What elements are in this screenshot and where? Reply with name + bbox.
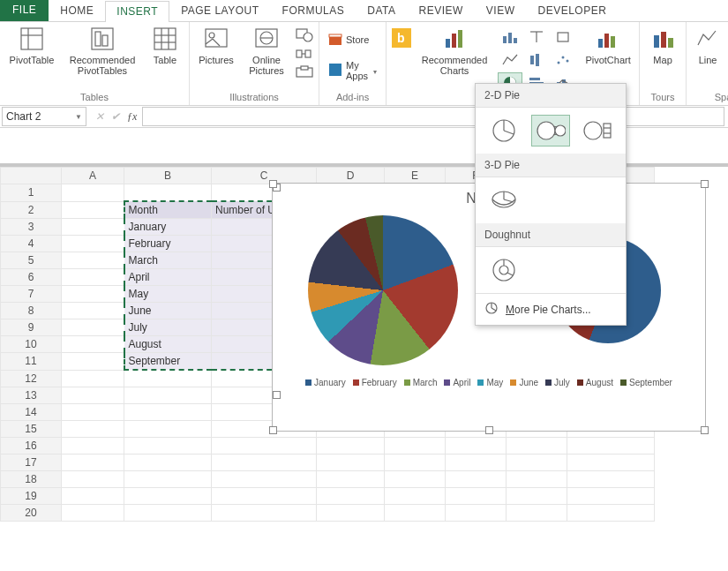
cell[interactable]: Month bbox=[124, 201, 212, 219]
cell[interactable] bbox=[507, 505, 567, 522]
tab-page-layout[interactable]: PAGE LAYOUT bbox=[169, 0, 270, 21]
cell[interactable] bbox=[317, 505, 385, 522]
tab-formulas[interactable]: FORMULAS bbox=[271, 0, 356, 21]
row-header[interactable]: 11 bbox=[1, 353, 62, 371]
pictures-button[interactable]: Pictures bbox=[195, 25, 237, 65]
myapps-button[interactable]: My Apps bbox=[325, 58, 380, 83]
cell[interactable] bbox=[62, 236, 124, 252]
cell[interactable] bbox=[124, 421, 212, 438]
cell[interactable] bbox=[385, 455, 446, 471]
cell[interactable] bbox=[317, 488, 385, 505]
cell[interactable]: March bbox=[124, 252, 212, 269]
cell[interactable]: June bbox=[124, 303, 212, 319]
fx-icon[interactable]: ƒx bbox=[127, 110, 137, 124]
doughnut-option[interactable] bbox=[484, 254, 523, 286]
cell[interactable] bbox=[446, 505, 507, 522]
row-header[interactable]: 1 bbox=[1, 184, 62, 202]
cell[interactable] bbox=[507, 438, 567, 455]
cell[interactable] bbox=[124, 505, 212, 522]
table-button[interactable]: Table bbox=[146, 25, 184, 65]
cell[interactable] bbox=[507, 488, 567, 505]
row-header[interactable]: 19 bbox=[1, 488, 62, 505]
cell[interactable] bbox=[567, 438, 655, 455]
pie-3d-option[interactable] bbox=[484, 184, 523, 216]
shapes-button[interactable] bbox=[296, 28, 313, 45]
row-header[interactable]: 5 bbox=[1, 252, 62, 269]
row-header[interactable]: 15 bbox=[1, 421, 62, 438]
resize-handle[interactable] bbox=[701, 426, 709, 434]
tab-insert[interactable]: INSERT bbox=[105, 1, 169, 22]
row-header[interactable]: 9 bbox=[1, 319, 62, 336]
cell[interactable] bbox=[62, 370, 124, 387]
cell[interactable] bbox=[62, 353, 124, 371]
row-header[interactable]: 20 bbox=[1, 505, 62, 522]
cell[interactable] bbox=[124, 488, 212, 505]
row-header[interactable]: 17 bbox=[1, 455, 62, 471]
tab-home[interactable]: HOME bbox=[49, 0, 105, 21]
legend-item[interactable]: August bbox=[577, 378, 613, 387]
cell[interactable] bbox=[317, 471, 385, 488]
cell[interactable] bbox=[62, 455, 124, 471]
tab-review[interactable]: REVIEW bbox=[407, 0, 474, 21]
cell[interactable] bbox=[446, 471, 507, 488]
cell[interactable] bbox=[62, 201, 124, 219]
cell[interactable] bbox=[507, 471, 567, 488]
row-header[interactable]: 4 bbox=[1, 236, 62, 252]
tab-file[interactable]: FILE bbox=[0, 0, 49, 21]
legend-item[interactable]: April bbox=[444, 378, 470, 387]
tab-view[interactable]: VIEW bbox=[475, 0, 527, 21]
column-header[interactable]: B bbox=[124, 168, 212, 184]
cell[interactable] bbox=[62, 336, 124, 353]
cell[interactable] bbox=[62, 438, 124, 455]
legend-item[interactable]: June bbox=[510, 378, 538, 387]
name-box[interactable]: Chart 2 ▼ bbox=[2, 107, 86, 126]
cell[interactable] bbox=[212, 505, 317, 522]
cell[interactable] bbox=[446, 438, 507, 455]
cell[interactable] bbox=[212, 471, 317, 488]
legend-item[interactable]: February bbox=[353, 378, 397, 387]
column-header[interactable]: E bbox=[385, 168, 446, 184]
cell[interactable] bbox=[62, 269, 124, 286]
myapps-dropdown-icon[interactable] bbox=[372, 65, 377, 76]
cell[interactable] bbox=[385, 505, 446, 522]
cell[interactable] bbox=[446, 488, 507, 505]
cell[interactable] bbox=[62, 252, 124, 269]
resize-handle[interactable] bbox=[485, 426, 493, 434]
insert-scatter-chart-button[interactable] bbox=[551, 49, 575, 71]
legend-item[interactable]: July bbox=[545, 378, 570, 387]
legend-item[interactable]: May bbox=[477, 378, 503, 387]
cell[interactable] bbox=[124, 438, 212, 455]
cell[interactable] bbox=[62, 488, 124, 505]
cell[interactable] bbox=[124, 404, 212, 421]
cell[interactable] bbox=[62, 219, 124, 236]
cell[interactable] bbox=[124, 370, 212, 387]
legend-item[interactable]: January bbox=[305, 378, 346, 387]
bar-of-pie-option[interactable] bbox=[579, 115, 617, 147]
row-header[interactable]: 3 bbox=[1, 219, 62, 236]
cell[interactable] bbox=[212, 488, 317, 505]
online-pictures-button[interactable]: Online Pictures bbox=[244, 25, 289, 76]
recommended-charts-button[interactable]: Recommended Charts bbox=[418, 25, 491, 76]
cell[interactable] bbox=[567, 505, 655, 522]
cell[interactable] bbox=[317, 455, 385, 471]
insert-stock-chart-button[interactable] bbox=[551, 26, 575, 48]
cell[interactable] bbox=[212, 438, 317, 455]
more-pie-charts-button[interactable]: More Pie Charts... bbox=[476, 293, 626, 325]
cell[interactable] bbox=[62, 387, 124, 404]
cell[interactable] bbox=[124, 455, 212, 471]
insert-statistic-chart-button[interactable] bbox=[524, 49, 549, 71]
legend-item[interactable]: March bbox=[404, 378, 438, 387]
row-header[interactable]: 16 bbox=[1, 438, 62, 455]
column-header[interactable]: D bbox=[317, 168, 385, 184]
row-header[interactable]: 14 bbox=[1, 404, 62, 421]
cell[interactable] bbox=[62, 303, 124, 319]
column-header[interactable]: A bbox=[62, 168, 124, 184]
cell[interactable] bbox=[446, 455, 507, 471]
cell[interactable] bbox=[62, 404, 124, 421]
tab-data[interactable]: DATA bbox=[356, 0, 407, 21]
cell[interactable] bbox=[385, 488, 446, 505]
store-button[interactable]: Store bbox=[325, 30, 380, 49]
cell[interactable]: August bbox=[124, 336, 212, 353]
chart-legend[interactable]: JanuaryFebruaryMarchAprilMayJuneJulyAugu… bbox=[273, 374, 705, 391]
resize-handle[interactable] bbox=[701, 180, 709, 188]
